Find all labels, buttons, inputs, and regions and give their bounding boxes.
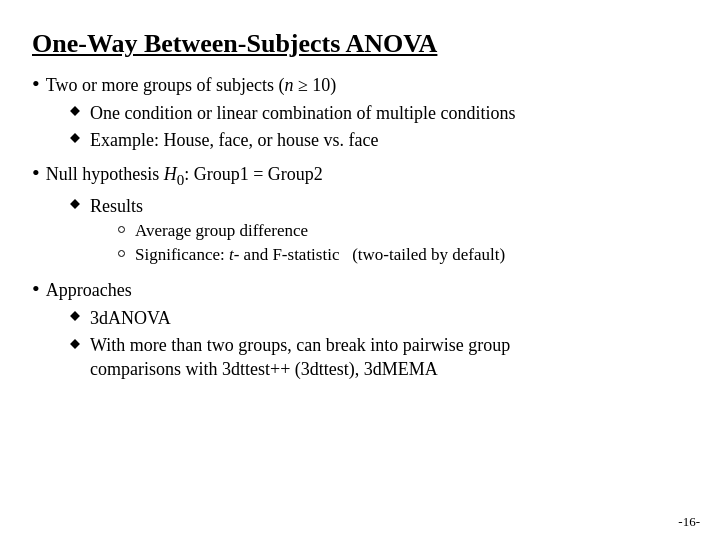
sub-sub-text-2-1-1: Average group difference	[135, 220, 308, 243]
diamond-icon-2	[70, 133, 80, 143]
circle-bullet-icon-1	[118, 226, 125, 233]
bullet-item-1: • Two or more groups of subjects (n ≥ 10…	[32, 73, 688, 97]
bullet-text-1: Two or more groups of subjects (n ≥ 10)	[46, 73, 337, 97]
sub-sub-list-2-1: Average group difference Significance: t…	[118, 220, 505, 267]
sub-item-2-1: Results Average group difference Signifi…	[70, 194, 688, 268]
bullet-section-2: • Null hypothesis H0: Group1 = Group2 Re…	[32, 162, 688, 268]
sub-text-3-2: With more than two groups, can break int…	[90, 333, 510, 382]
bullet-text-2: Null hypothesis H0: Group1 = Group2	[46, 162, 323, 190]
sub-sub-text-2-1-2: Significance: t- and F-statistic (two-ta…	[135, 244, 505, 267]
sub-list-2: Results Average group difference Signifi…	[70, 194, 688, 268]
bullet-section-3: • Approaches 3dANOVA With more than two …	[32, 278, 688, 381]
page-number: -16-	[678, 514, 700, 530]
slide-title: One-Way Between-Subjects ANOVA	[32, 28, 688, 59]
diamond-icon-4	[70, 311, 80, 321]
sub-item-3-1: 3dANOVA	[70, 306, 688, 330]
bullet-dot-3: •	[32, 276, 40, 302]
sub-sub-item-2-1-2: Significance: t- and F-statistic (two-ta…	[118, 244, 505, 267]
slide-container: One-Way Between-Subjects ANOVA • Two or …	[0, 0, 720, 540]
sub-item-3-2: With more than two groups, can break int…	[70, 333, 688, 382]
bullet-dot-2: •	[32, 160, 40, 186]
bullet-section-1: • Two or more groups of subjects (n ≥ 10…	[32, 73, 688, 152]
sub-text-1-1: One condition or linear combination of m…	[90, 101, 515, 125]
sub-list-1: One condition or linear combination of m…	[70, 101, 688, 152]
sub-text-2-1: Results	[90, 196, 143, 216]
bullet-item-3: • Approaches	[32, 278, 688, 302]
diamond-icon-1	[70, 107, 80, 117]
sub-text-3-1: 3dANOVA	[90, 306, 171, 330]
sub-item-1-2: Example: House, face, or house vs. face	[70, 128, 688, 152]
bullet-item-2: • Null hypothesis H0: Group1 = Group2	[32, 162, 688, 190]
sub-sub-item-2-1-1: Average group difference	[118, 220, 505, 243]
diamond-icon-5	[70, 339, 80, 349]
diamond-icon-3	[70, 199, 80, 209]
circle-bullet-icon-2	[118, 250, 125, 257]
sub-list-3: 3dANOVA With more than two groups, can b…	[70, 306, 688, 381]
sub-item-1-1: One condition or linear combination of m…	[70, 101, 688, 125]
bullet-text-3: Approaches	[46, 278, 132, 302]
sub-text-1-2: Example: House, face, or house vs. face	[90, 128, 378, 152]
bullet-dot-1: •	[32, 71, 40, 97]
